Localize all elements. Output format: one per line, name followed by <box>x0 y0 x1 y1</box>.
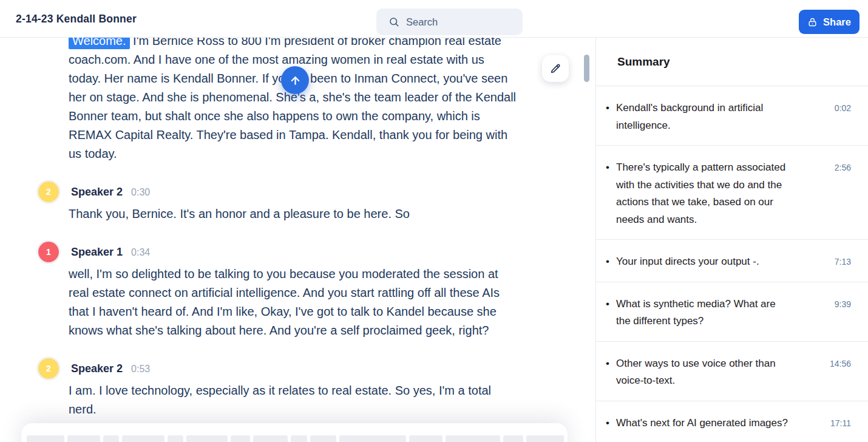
pencil-icon <box>549 63 561 75</box>
edit-button[interactable] <box>542 55 569 82</box>
summary-heading: Summary <box>596 38 868 86</box>
bullet-icon: • <box>606 296 616 313</box>
speaker-timestamp[interactable]: 0:34 <box>131 243 150 262</box>
bullet-icon: • <box>606 159 616 177</box>
summary-item-timestamp: 14:56 <box>830 355 851 372</box>
timeline-segment[interactable] <box>103 435 119 442</box>
active-word-highlight[interactable]: Welcome. <box>69 38 130 49</box>
scrollbar-thumb[interactable] <box>584 55 589 82</box>
speaker-name[interactable]: Speaker 2 <box>71 183 123 202</box>
summary-item-timestamp: 9:39 <box>835 296 851 313</box>
timeline-segment[interactable] <box>339 435 406 442</box>
summary-item-text: There's typically a pattern associated w… <box>616 159 835 228</box>
arrow-up-icon <box>289 74 302 87</box>
top-bar: 2-14-23 Kendall Bonner Share <box>0 0 868 38</box>
lock-icon <box>807 17 818 27</box>
timeline-segment[interactable] <box>67 435 100 442</box>
share-button[interactable]: Share <box>799 10 860 34</box>
timeline-segment[interactable] <box>122 435 164 442</box>
search-input[interactable] <box>405 16 508 29</box>
timeline-panel <box>21 423 568 442</box>
recording-title: 2-14-23 Kendall Bonner <box>16 12 137 25</box>
transcript-text: coach.com. And I have one of the most am… <box>69 50 554 163</box>
summary-item[interactable]: • Kendall's background in artificial int… <box>596 86 868 146</box>
timeline-segment[interactable] <box>291 435 307 442</box>
timeline-segment[interactable] <box>503 435 523 442</box>
speaker-timestamp[interactable]: 0:30 <box>131 183 150 202</box>
summary-item-timestamp: 17:11 <box>830 415 851 432</box>
speaker-name[interactable]: Speaker 2 <box>71 359 123 378</box>
speaker-name[interactable]: Speaker 1 <box>71 243 123 262</box>
bullet-icon: • <box>606 355 616 373</box>
timeline-segment[interactable] <box>526 435 564 442</box>
timeline-segment[interactable] <box>310 435 336 442</box>
summary-item-text: What is synthetic media? What are the di… <box>616 296 835 330</box>
speaker-row: 2 Speaker 2 0:30 <box>38 182 554 202</box>
summary-item[interactable]: • What's next for AI generated images? 1… <box>596 401 868 442</box>
timeline-segment[interactable] <box>168 435 183 442</box>
summary-item-timestamp: 2:56 <box>835 159 851 176</box>
speaker-avatar[interactable]: 2 <box>38 182 59 202</box>
summary-item[interactable]: • There's typically a pattern associated… <box>596 146 868 240</box>
transcript-paragraph[interactable]: I am. I love technology, especially as i… <box>69 381 554 419</box>
summary-item-text: Your input directs your output -. <box>616 253 835 271</box>
bullet-icon: • <box>606 100 616 117</box>
summary-sidebar: Summary • Kendall's background in artifi… <box>595 38 868 442</box>
transcript-paragraph[interactable]: Thank you, Bernice. It's an honor and a … <box>69 205 554 223</box>
search-icon <box>388 16 399 27</box>
summary-item[interactable]: • Your input directs your output -. 7:13 <box>596 240 868 282</box>
transcript-panel: Welcome. I'm Bernice Ross to 800 I'm pre… <box>0 38 595 442</box>
search-bar[interactable] <box>376 8 523 35</box>
timeline-segment[interactable] <box>253 435 288 442</box>
speaker-row: 2 Speaker 2 0:53 <box>38 358 554 379</box>
speaker-avatar[interactable]: 1 <box>38 242 59 262</box>
summary-item-text: Other ways to use voice other than voice… <box>616 355 830 390</box>
speaker-avatar[interactable]: 2 <box>38 358 59 379</box>
transcript-line-clipped: I'm Bernice Ross to 800 I'm president of… <box>130 38 501 47</box>
summary-item-text: Kendall's background in artificial intel… <box>616 100 835 134</box>
summary-item[interactable]: • What is synthetic media? What are the … <box>596 282 868 342</box>
scroll-up-button[interactable] <box>281 66 309 94</box>
timeline-segment[interactable] <box>446 435 500 442</box>
app-window: 2-14-23 Kendall Bonner Share Welcome. I'… <box>0 0 868 442</box>
summary-item-timestamp: 0:02 <box>835 100 851 117</box>
bullet-icon: • <box>606 253 616 271</box>
bullet-icon: • <box>606 415 616 432</box>
timeline-segment[interactable] <box>27 435 64 442</box>
speaker-row: 1 Speaker 1 0:34 <box>38 242 554 262</box>
transcript-paragraph[interactable]: Welcome. I'm Bernice Ross to 800 I'm pre… <box>69 38 554 163</box>
summary-item[interactable]: • Other ways to use voice other than voi… <box>596 342 868 401</box>
speaker-timestamp[interactable]: 0:53 <box>131 359 150 378</box>
transcript-content: Welcome. I'm Bernice Ross to 800 I'm pre… <box>69 38 554 419</box>
timeline-segment[interactable] <box>186 435 228 442</box>
summary-item-text: What's next for AI generated images? <box>616 415 830 432</box>
summary-item-timestamp: 7:13 <box>835 253 851 270</box>
transcript-paragraph[interactable]: well, I'm so delighted to be talking to … <box>69 265 554 340</box>
timeline-segment[interactable] <box>231 435 250 442</box>
share-button-label: Share <box>823 16 851 28</box>
timeline-row <box>27 435 564 442</box>
timeline-segment[interactable] <box>409 435 442 442</box>
